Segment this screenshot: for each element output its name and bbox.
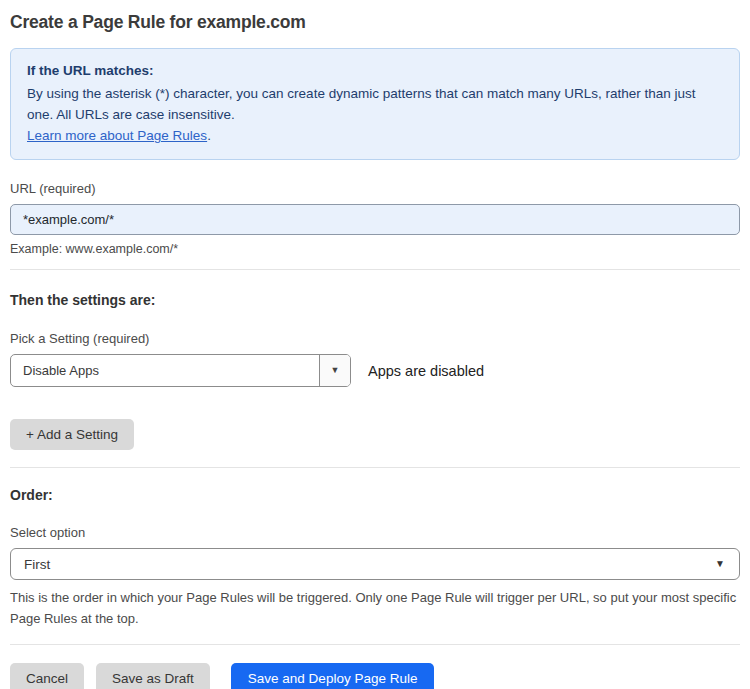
setting-status-text: Apps are disabled [368, 363, 484, 379]
save-and-deploy-button[interactable]: Save and Deploy Page Rule [231, 663, 435, 689]
cancel-button[interactable]: Cancel [10, 663, 84, 689]
settings-section-heading: Then the settings are: [10, 292, 740, 308]
divider [10, 644, 740, 645]
order-helper-text: This is the order in which your Page Rul… [10, 587, 740, 629]
chevron-down-icon: ▼ [331, 366, 340, 375]
url-label: URL (required) [10, 181, 740, 196]
url-helper-text: Example: www.example.com/* [10, 242, 740, 256]
url-input[interactable] [10, 204, 740, 235]
create-page-rule-panel: Create a Page Rule for example.com If th… [0, 0, 750, 689]
info-link-row: Learn more about Page Rules. [27, 125, 723, 146]
select-option-label: Select option [10, 525, 740, 540]
divider [10, 269, 740, 270]
info-link-suffix: . [207, 128, 211, 143]
save-as-draft-button[interactable]: Save as Draft [96, 663, 210, 689]
action-buttons-row: Cancel Save as Draft Save and Deploy Pag… [10, 663, 740, 689]
setting-row: Disable Apps ▼ Apps are disabled [10, 354, 740, 387]
info-box-heading: If the URL matches: [27, 60, 723, 81]
info-box-body: By using the asterisk (*) character, you… [27, 83, 723, 125]
order-section-heading: Order: [10, 487, 740, 503]
add-setting-button[interactable]: + Add a Setting [10, 419, 134, 450]
setting-dropdown[interactable]: Disable Apps ▼ [10, 354, 351, 387]
url-matches-info-box: If the URL matches: By using the asteris… [10, 48, 740, 160]
pick-setting-label: Pick a Setting (required) [10, 331, 740, 346]
order-select-value: First [24, 557, 50, 572]
divider [10, 467, 740, 468]
order-select[interactable]: First ▼ [10, 548, 740, 580]
setting-dropdown-value: Disable Apps [11, 363, 111, 378]
setting-dropdown-arrow-button[interactable]: ▼ [319, 355, 350, 386]
page-title: Create a Page Rule for example.com [10, 12, 740, 33]
learn-more-link[interactable]: Learn more about Page Rules [27, 128, 207, 143]
chevron-down-icon: ▼ [715, 559, 725, 569]
